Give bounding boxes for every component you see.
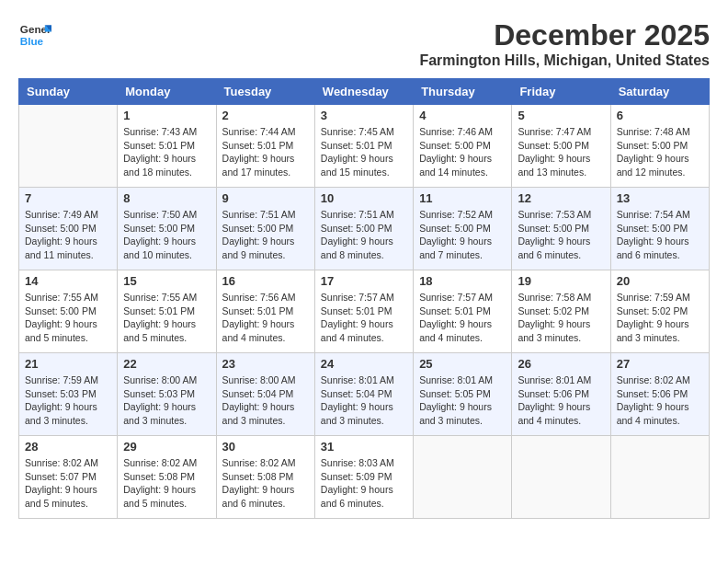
- calendar-cell: 14Sunrise: 7:55 AM Sunset: 5:00 PM Dayli…: [19, 270, 118, 353]
- calendar-week-row: 21Sunrise: 7:59 AM Sunset: 5:03 PM Dayli…: [19, 353, 710, 436]
- title-block: December 2025 Farmington Hills, Michigan…: [419, 18, 710, 69]
- day-info: Sunrise: 7:52 AM Sunset: 5:00 PM Dayligh…: [419, 208, 506, 262]
- day-number: 3: [321, 109, 407, 122]
- month-title: December 2025: [419, 18, 710, 52]
- day-info: Sunrise: 7:55 AM Sunset: 5:00 PM Dayligh…: [25, 291, 111, 345]
- day-info: Sunrise: 7:44 AM Sunset: 5:01 PM Dayligh…: [222, 125, 309, 179]
- calendar-cell: 6Sunrise: 7:48 AM Sunset: 5:00 PM Daylig…: [610, 105, 709, 188]
- day-number: 14: [25, 274, 111, 288]
- calendar-week-row: 14Sunrise: 7:55 AM Sunset: 5:00 PM Dayli…: [19, 270, 710, 353]
- calendar-cell: 2Sunrise: 7:44 AM Sunset: 5:01 PM Daylig…: [216, 105, 314, 188]
- day-number: 24: [321, 357, 407, 371]
- calendar-cell: 1Sunrise: 7:43 AM Sunset: 5:01 PM Daylig…: [118, 105, 216, 188]
- calendar-cell: 24Sunrise: 8:01 AM Sunset: 5:04 PM Dayli…: [314, 353, 413, 436]
- day-info: Sunrise: 7:43 AM Sunset: 5:01 PM Dayligh…: [123, 125, 210, 179]
- calendar-cell: 25Sunrise: 8:01 AM Sunset: 5:05 PM Dayli…: [414, 353, 512, 436]
- day-number: 15: [123, 274, 210, 288]
- day-info: Sunrise: 7:51 AM Sunset: 5:00 PM Dayligh…: [321, 208, 407, 262]
- day-info: Sunrise: 7:53 AM Sunset: 5:00 PM Dayligh…: [518, 208, 604, 262]
- calendar-cell: 17Sunrise: 7:57 AM Sunset: 5:01 PM Dayli…: [314, 270, 413, 353]
- calendar-cell: 9Sunrise: 7:51 AM Sunset: 5:00 PM Daylig…: [216, 188, 314, 270]
- calendar-cell: 7Sunrise: 7:49 AM Sunset: 5:00 PM Daylig…: [19, 188, 118, 270]
- day-info: Sunrise: 7:54 AM Sunset: 5:00 PM Dayligh…: [617, 208, 703, 262]
- day-number: 9: [222, 191, 309, 205]
- day-number: 31: [321, 440, 407, 454]
- calendar-cell: 29Sunrise: 8:02 AM Sunset: 5:08 PM Dayli…: [118, 436, 216, 519]
- calendar-cell: [610, 436, 709, 519]
- day-info: Sunrise: 8:01 AM Sunset: 5:04 PM Dayligh…: [321, 373, 407, 428]
- calendar-cell: 26Sunrise: 8:01 AM Sunset: 5:06 PM Dayli…: [512, 353, 610, 436]
- day-number: 12: [518, 191, 604, 205]
- column-header-saturday: Saturday: [610, 79, 709, 105]
- day-info: Sunrise: 7:45 AM Sunset: 5:01 PM Dayligh…: [321, 125, 407, 179]
- calendar-cell: 28Sunrise: 8:02 AM Sunset: 5:07 PM Dayli…: [19, 436, 118, 519]
- column-header-monday: Monday: [118, 79, 216, 105]
- calendar-week-row: 1Sunrise: 7:43 AM Sunset: 5:01 PM Daylig…: [19, 105, 710, 188]
- day-info: Sunrise: 8:02 AM Sunset: 5:08 PM Dayligh…: [123, 456, 210, 511]
- day-number: 8: [123, 191, 210, 205]
- day-info: Sunrise: 7:59 AM Sunset: 5:02 PM Dayligh…: [617, 291, 703, 345]
- day-info: Sunrise: 7:59 AM Sunset: 5:03 PM Dayligh…: [25, 373, 111, 428]
- day-number: 18: [419, 274, 506, 288]
- day-info: Sunrise: 7:57 AM Sunset: 5:01 PM Dayligh…: [321, 291, 407, 345]
- calendar-cell: 8Sunrise: 7:50 AM Sunset: 5:00 PM Daylig…: [118, 188, 216, 270]
- day-number: 6: [617, 109, 703, 122]
- day-info: Sunrise: 7:50 AM Sunset: 5:00 PM Dayligh…: [123, 208, 210, 262]
- calendar-cell: [512, 436, 610, 519]
- day-number: 17: [321, 274, 407, 288]
- day-info: Sunrise: 7:46 AM Sunset: 5:00 PM Dayligh…: [419, 125, 506, 179]
- day-info: Sunrise: 7:56 AM Sunset: 5:01 PM Dayligh…: [222, 291, 309, 345]
- calendar-cell: [19, 105, 118, 188]
- day-number: 22: [123, 357, 210, 371]
- calendar-week-row: 28Sunrise: 8:02 AM Sunset: 5:07 PM Dayli…: [19, 436, 710, 519]
- day-info: Sunrise: 7:57 AM Sunset: 5:01 PM Dayligh…: [419, 291, 506, 345]
- day-info: Sunrise: 7:55 AM Sunset: 5:01 PM Dayligh…: [123, 291, 210, 345]
- column-header-wednesday: Wednesday: [314, 79, 413, 105]
- day-number: 1: [123, 109, 210, 122]
- day-info: Sunrise: 8:01 AM Sunset: 5:05 PM Dayligh…: [419, 373, 506, 428]
- day-number: 21: [25, 357, 111, 371]
- calendar-cell: 30Sunrise: 8:02 AM Sunset: 5:08 PM Dayli…: [216, 436, 314, 519]
- day-info: Sunrise: 8:00 AM Sunset: 5:03 PM Dayligh…: [123, 373, 210, 428]
- day-number: 19: [518, 274, 604, 288]
- calendar-cell: 31Sunrise: 8:03 AM Sunset: 5:09 PM Dayli…: [314, 436, 413, 519]
- day-info: Sunrise: 8:02 AM Sunset: 5:08 PM Dayligh…: [222, 456, 309, 511]
- calendar-cell: 10Sunrise: 7:51 AM Sunset: 5:00 PM Dayli…: [314, 188, 413, 270]
- svg-text:Blue: Blue: [20, 35, 44, 47]
- calendar-cell: 23Sunrise: 8:00 AM Sunset: 5:04 PM Dayli…: [216, 353, 314, 436]
- day-info: Sunrise: 7:48 AM Sunset: 5:00 PM Dayligh…: [617, 125, 703, 179]
- calendar-cell: 12Sunrise: 7:53 AM Sunset: 5:00 PM Dayli…: [512, 188, 610, 270]
- day-info: Sunrise: 7:51 AM Sunset: 5:00 PM Dayligh…: [222, 208, 309, 262]
- column-header-sunday: Sunday: [19, 79, 118, 105]
- day-number: 11: [419, 191, 506, 205]
- day-number: 4: [419, 109, 506, 122]
- calendar-header-row: SundayMondayTuesdayWednesdayThursdayFrid…: [19, 79, 710, 105]
- calendar-cell: 19Sunrise: 7:58 AM Sunset: 5:02 PM Dayli…: [512, 270, 610, 353]
- day-number: 30: [222, 440, 309, 454]
- page-header: General Blue December 2025 Farmington Hi…: [18, 18, 710, 69]
- day-info: Sunrise: 8:03 AM Sunset: 5:09 PM Dayligh…: [321, 456, 407, 511]
- calendar-week-row: 7Sunrise: 7:49 AM Sunset: 5:00 PM Daylig…: [19, 188, 710, 270]
- day-number: 23: [222, 357, 309, 371]
- calendar-cell: 27Sunrise: 8:02 AM Sunset: 5:06 PM Dayli…: [610, 353, 709, 436]
- calendar-cell: 15Sunrise: 7:55 AM Sunset: 5:01 PM Dayli…: [118, 270, 216, 353]
- day-number: 7: [25, 191, 111, 205]
- day-info: Sunrise: 7:58 AM Sunset: 5:02 PM Dayligh…: [518, 291, 604, 345]
- day-number: 10: [321, 191, 407, 205]
- day-number: 25: [419, 357, 506, 371]
- day-info: Sunrise: 7:49 AM Sunset: 5:00 PM Dayligh…: [25, 208, 111, 262]
- day-number: 27: [617, 357, 703, 371]
- calendar-cell: 5Sunrise: 7:47 AM Sunset: 5:00 PM Daylig…: [512, 105, 610, 188]
- calendar-cell: [414, 436, 512, 519]
- day-number: 20: [617, 274, 703, 288]
- day-number: 2: [222, 109, 309, 122]
- calendar-cell: 11Sunrise: 7:52 AM Sunset: 5:00 PM Dayli…: [414, 188, 512, 270]
- day-info: Sunrise: 8:02 AM Sunset: 5:07 PM Dayligh…: [25, 456, 111, 511]
- day-number: 16: [222, 274, 309, 288]
- calendar-cell: 13Sunrise: 7:54 AM Sunset: 5:00 PM Dayli…: [610, 188, 709, 270]
- location-title: Farmington Hills, Michigan, United State…: [419, 52, 710, 69]
- day-info: Sunrise: 8:01 AM Sunset: 5:06 PM Dayligh…: [518, 373, 604, 428]
- day-info: Sunrise: 8:02 AM Sunset: 5:06 PM Dayligh…: [617, 373, 703, 428]
- day-info: Sunrise: 7:47 AM Sunset: 5:00 PM Dayligh…: [518, 125, 604, 179]
- day-number: 29: [123, 440, 210, 454]
